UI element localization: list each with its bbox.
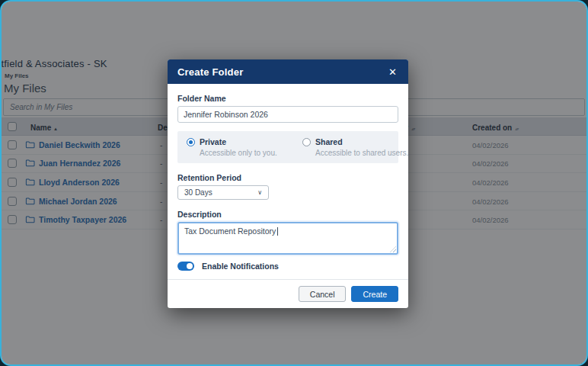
modal-title: Create Folder — [177, 66, 243, 78]
close-icon: ✕ — [388, 66, 397, 78]
toggle-knob — [187, 263, 193, 269]
resize-handle[interactable] — [390, 246, 396, 252]
folder-name-label: Folder Name — [177, 94, 398, 103]
retention-select[interactable]: 30 Days ∨ — [177, 185, 269, 200]
shared-label: Shared — [315, 137, 343, 146]
modal-body: Folder Name Private Accessible only to y… — [168, 84, 408, 271]
notifications-toggle[interactable] — [177, 262, 194, 271]
retention-label: Retention Period — [177, 173, 398, 182]
text-cursor — [277, 227, 278, 236]
app-window: atfield & Associates - SK My Files My Fi… — [0, 0, 588, 366]
modal-header: Create Folder ✕ — [168, 59, 408, 84]
create-folder-modal: Create Folder ✕ Folder Name Private Acce… — [168, 59, 408, 308]
visibility-group: Private Accessible only to you. Shared A… — [177, 131, 398, 163]
folder-name-input[interactable] — [177, 106, 398, 123]
shared-description: Accessible to shared users. — [315, 149, 408, 157]
private-label: Private — [200, 137, 226, 146]
create-button[interactable]: Create — [351, 286, 398, 302]
chevron-down-icon: ∨ — [257, 189, 262, 196]
notifications-row: Enable Notifications — [177, 262, 398, 271]
private-option[interactable]: Private Accessible only to you. — [187, 137, 302, 157]
description-text: Tax Document Repository — [184, 226, 276, 236]
private-description: Accessible only to you. — [200, 149, 302, 157]
close-button[interactable]: ✕ — [387, 66, 398, 79]
shared-option[interactable]: Shared Accessible to shared users. — [302, 137, 408, 157]
retention-value: 30 Days — [184, 188, 213, 197]
private-radio[interactable] — [187, 138, 195, 146]
description-label: Description — [177, 210, 398, 219]
notifications-label: Enable Notifications — [202, 262, 279, 271]
cancel-button[interactable]: Cancel — [299, 286, 347, 302]
shared-radio[interactable] — [302, 138, 311, 146]
description-textarea[interactable]: Tax Document Repository — [177, 222, 398, 255]
modal-footer: Cancel Create — [168, 279, 408, 308]
